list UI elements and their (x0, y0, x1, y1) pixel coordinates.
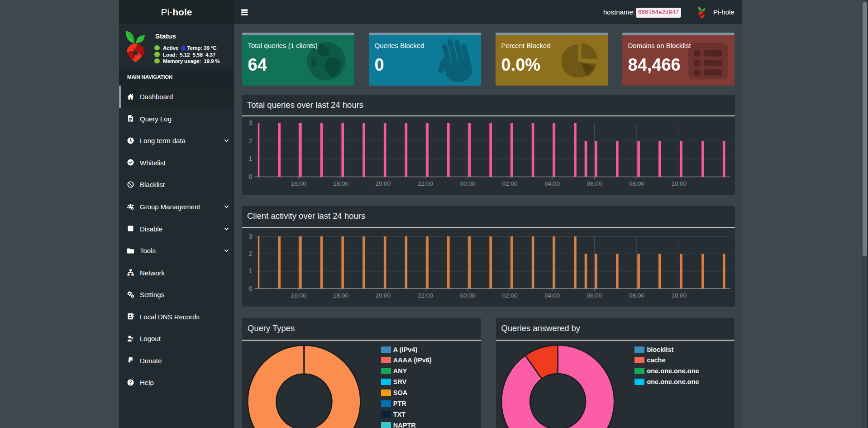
svg-text:20:00: 20:00 (375, 180, 391, 187)
svg-text:06:00: 06:00 (587, 292, 602, 299)
svg-text:22:00: 22:00 (418, 292, 433, 299)
svg-text:1: 1 (248, 155, 252, 162)
svg-text:1: 1 (248, 267, 252, 274)
svg-text:02:00: 02:00 (502, 292, 517, 299)
svg-text:22:00: 22:00 (418, 180, 433, 187)
svg-text:0: 0 (248, 285, 252, 292)
svg-text:08:00: 08:00 (629, 292, 644, 299)
svg-text:18:00: 18:00 (333, 292, 348, 299)
svg-text:00:00: 00:00 (460, 292, 475, 299)
svg-text:00:00: 00:00 (460, 180, 475, 187)
svg-text:06:00: 06:00 (587, 180, 602, 187)
svg-text:2: 2 (248, 137, 252, 144)
svg-text:3: 3 (248, 119, 252, 126)
svg-text:08:00: 08:00 (629, 180, 644, 187)
svg-text:2: 2 (248, 250, 252, 257)
svg-text:02:00: 02:00 (502, 180, 517, 187)
svg-text:0: 0 (248, 173, 252, 180)
svg-text:10:00: 10:00 (671, 292, 687, 299)
svg-text:16:00: 16:00 (291, 292, 306, 299)
svg-text:3: 3 (248, 233, 252, 240)
svg-text:18:00: 18:00 (333, 180, 348, 187)
svg-text:16:00: 16:00 (291, 180, 306, 187)
svg-text:04:00: 04:00 (544, 292, 560, 299)
svg-text:20:00: 20:00 (375, 292, 391, 299)
svg-text:04:00: 04:00 (544, 180, 560, 187)
svg-text:10:00: 10:00 (671, 180, 687, 187)
